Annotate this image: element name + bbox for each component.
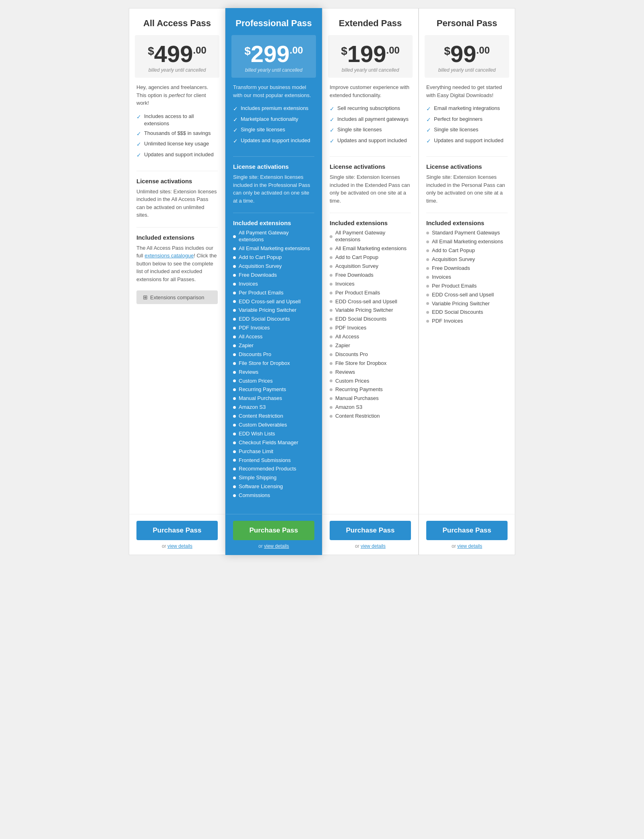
extensions-catalogue-link[interactable]: extensions catalogue xyxy=(144,253,194,259)
extension-item: Free Downloads xyxy=(426,265,508,272)
extension-name: EDD Social Discounts xyxy=(239,316,290,323)
feature-item: ✓Email marketing integrations xyxy=(426,105,508,113)
feature-item: ✓Single site licenses xyxy=(426,126,508,135)
extension-dot xyxy=(233,415,236,418)
plan-title-all-access: All Access Pass xyxy=(137,18,217,29)
extension-dot xyxy=(233,265,236,268)
extension-dot xyxy=(426,232,429,234)
extension-name: EDD Social Discounts xyxy=(432,309,483,316)
extension-item: All Payment Gateway extensions xyxy=(233,230,314,243)
extension-item: Add to Cart Popup xyxy=(330,254,411,261)
extension-name: Content Restriction xyxy=(335,413,380,420)
price-billing-all-access: billed yearly until cancelled xyxy=(139,67,215,73)
check-icon: ✓ xyxy=(426,137,431,145)
extension-name: Checkout Fields Manager xyxy=(239,439,298,446)
pricing-table: All Access Pass $ 499 .00 billed yearly … xyxy=(129,8,515,555)
feature-item: ✓Perfect for beginners xyxy=(426,116,508,124)
extension-dot xyxy=(330,256,332,259)
license-title-extended: License activations xyxy=(330,163,411,170)
feature-text: Updates and support included xyxy=(241,137,310,144)
features-list-extended: ✓Sell recurring subscriptions✓Includes a… xyxy=(330,105,411,147)
check-icon: ✓ xyxy=(330,116,334,124)
extension-dot xyxy=(233,318,236,321)
plan-body-extended: Improve customer experience with extende… xyxy=(322,83,418,514)
feature-text: Email marketing integrations xyxy=(434,105,500,112)
extension-dot xyxy=(426,320,429,323)
extension-item: Commissions xyxy=(233,492,314,499)
extension-item: Discounts Pro xyxy=(233,351,314,358)
feature-item: ✓Includes all payment gateways xyxy=(330,116,411,124)
extension-dot xyxy=(233,388,236,391)
purchase-button-all-access[interactable]: Purchase Pass xyxy=(136,521,218,540)
extension-dot xyxy=(426,302,429,305)
view-details-link-professional[interactable]: view details xyxy=(264,543,289,549)
extension-dot xyxy=(330,309,332,312)
price-main-personal: 99 xyxy=(450,42,477,66)
extension-dot xyxy=(330,318,332,321)
purchase-button-extended[interactable]: Purchase Pass xyxy=(330,521,411,540)
feature-item: ✓Updates and support included xyxy=(426,137,508,145)
extension-dot xyxy=(233,476,236,479)
view-details-link-extended[interactable]: view details xyxy=(361,543,386,549)
view-details-link-personal[interactable]: view details xyxy=(457,543,482,549)
check-icon: ✓ xyxy=(233,116,238,124)
extension-name: Acquisition Survey xyxy=(432,256,475,263)
plan-body-all-access: Hey, agencies and freelancers. This opti… xyxy=(129,83,225,514)
extension-name: Variable Pricing Switcher xyxy=(432,300,490,307)
extension-dot xyxy=(330,406,332,409)
extension-item: Manual Purchases xyxy=(233,395,314,402)
feature-text: Unlimited license key usage xyxy=(144,140,209,147)
feature-text: Includes all payment gateways xyxy=(337,116,409,123)
view-details-link-all-access[interactable]: view details xyxy=(167,543,192,549)
extension-item: All Email Marketing extensions xyxy=(233,245,314,252)
extension-dot xyxy=(330,274,332,277)
extension-name: All Payment Gateway extensions xyxy=(335,230,411,243)
extension-item: All Access xyxy=(233,334,314,340)
extension-dot xyxy=(330,283,332,286)
extension-name: Add to Cart Popup xyxy=(239,254,282,261)
plan-title-professional: Professional Pass xyxy=(234,18,314,29)
extension-dot xyxy=(330,379,332,382)
feature-text: Single site licenses xyxy=(241,126,285,133)
extension-item: Free Downloads xyxy=(330,272,411,279)
extension-name: EDD Cross-sell and Upsell xyxy=(432,292,494,298)
extension-dot xyxy=(330,353,332,356)
feature-text: Single site licenses xyxy=(434,126,479,133)
extension-item: All Access xyxy=(330,334,411,340)
purchase-button-personal[interactable]: Purchase Pass xyxy=(426,521,508,540)
extension-item: Reviews xyxy=(330,369,411,376)
purchase-button-professional[interactable]: Purchase Pass xyxy=(233,521,314,540)
feature-item: ✓Unlimited license key usage xyxy=(136,140,218,149)
extension-name: Custom Prices xyxy=(335,378,369,385)
feature-item: ✓Includes access to all extensions xyxy=(136,113,218,127)
extension-item: Variable Pricing Switcher xyxy=(330,307,411,314)
extension-dot xyxy=(233,371,236,374)
extension-dot xyxy=(330,362,332,365)
extension-name: Content Restriction xyxy=(239,413,283,420)
extension-name: Amazon S3 xyxy=(239,404,266,411)
features-list-all-access: ✓Includes access to all extensions✓Thous… xyxy=(136,113,218,162)
extension-item: Custom Prices xyxy=(330,378,411,385)
plan-footer-extended: Purchase Passor view details xyxy=(322,514,418,555)
view-details-professional: or view details xyxy=(233,543,314,549)
extension-dot xyxy=(233,379,236,382)
license-text-all-access: Unlimited sites: Extension licenses incl… xyxy=(136,188,218,219)
plan-title-extended: Extended Pass xyxy=(330,18,410,29)
extension-name: Recurring Payments xyxy=(239,386,286,393)
extension-name: Manual Purchases xyxy=(239,395,282,402)
feature-text: Updates and support included xyxy=(337,137,407,144)
extension-name: Add to Cart Popup xyxy=(335,254,378,261)
feature-item: ✓Updates and support included xyxy=(233,137,314,145)
extension-dot xyxy=(330,235,332,238)
extensions-compare-button-all-access[interactable]: ⊞Extensions comparison xyxy=(136,290,218,304)
extension-dot xyxy=(233,485,236,488)
extension-dot xyxy=(330,336,332,338)
extension-item: Amazon S3 xyxy=(330,404,411,411)
extension-item: File Store for Dropbox xyxy=(233,360,314,367)
feature-item: ✓Single site licenses xyxy=(330,126,411,135)
extension-name: Reviews xyxy=(335,369,355,376)
feature-text: Perfect for beginners xyxy=(434,116,483,123)
price-dollar-all-access: $ xyxy=(148,46,154,57)
extension-item: Variable Pricing Switcher xyxy=(233,307,314,314)
plan-description-extended: Improve customer experience with extende… xyxy=(330,83,411,99)
